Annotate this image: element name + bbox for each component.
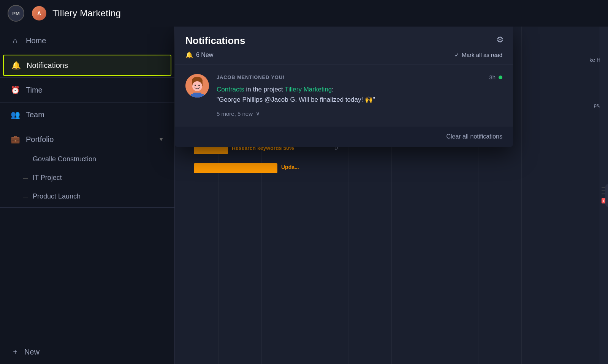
gantt-label-update: Upda... (281, 164, 299, 170)
sidebar-notifications-label: Notifications (27, 61, 68, 70)
portfolio-sub-item-govalle[interactable]: Govalle Construction (23, 150, 174, 169)
svg-rect-7 (191, 94, 195, 98)
notification-body-text2: : (332, 86, 334, 93)
it-label: IT Project (33, 174, 62, 182)
sidebar-team-label: Team (26, 110, 44, 119)
mark-all-read-button[interactable]: ✓ Mark all as read (454, 52, 502, 58)
notification-content-1: JACOB MENTIONED YOU! 3h Contracts in the… (217, 74, 502, 117)
divider-2 (0, 77, 174, 78)
notifications-count: 🔔 6 New (185, 51, 213, 58)
notifications-header: Notifications 🔔 6 New ✓ Mark all as read (175, 27, 513, 65)
sidebar-portfolio-label: Portfolio (26, 135, 54, 144)
portfolio-sub-list: Govalle Construction IT Project Product … (0, 150, 174, 206)
notification-item-1: JACOB MENTIONED YOU! 3h Contracts in the… (175, 65, 513, 126)
gantt-bar-update[interactable] (194, 163, 277, 173)
chevron-down-icon: ▼ (158, 136, 164, 142)
govalle-label: Govalle Construction (33, 155, 96, 163)
notifications-subrow: 🔔 6 New ✓ Mark all as read (185, 51, 502, 58)
divider-4 (0, 127, 174, 127)
sidebar-item-home[interactable]: ⌂ Home (0, 30, 174, 51)
sidebar-time-label: Time (26, 86, 43, 95)
chevron-icon: ∨ (256, 110, 260, 117)
jacob-avatar (185, 74, 209, 98)
svg-point-4 (195, 85, 196, 86)
notification-link-project[interactable]: Tillery Marketing (285, 86, 332, 93)
gantt-partial-text: ke H (589, 57, 600, 63)
notification-top-row: JACOB MENTIONED YOU! 3h (217, 74, 502, 80)
top-header: PM A Tillery Marketing (0, 0, 608, 27)
product-label: Product Launch (33, 192, 81, 200)
sidebar-item-notifications[interactable]: 🔔 Notifications (3, 55, 171, 76)
sidebar: ⌂ Home 🔔 Notifications ⏰ Time 👥 Team 💼 P… (0, 27, 175, 364)
team-icon: 👥 (11, 110, 20, 119)
divider-1 (0, 53, 174, 53)
user-avatar: A (32, 6, 46, 20)
main-layout: ⌂ Home 🔔 Notifications ⏰ Time 👥 Team 💼 P… (0, 27, 608, 364)
sidebar-item-time[interactable]: ⏰ Time (0, 79, 174, 101)
collapse-handle[interactable]: ⋮ (605, 184, 608, 207)
notification-more-label: 5 more, 5 new (217, 110, 253, 117)
portfolio-sub-item-product[interactable]: Product Launch (23, 187, 174, 206)
pm-logo: PM (8, 5, 24, 22)
sidebar-new-button[interactable]: + New (0, 340, 174, 364)
checkmark-icon: ✓ (454, 52, 459, 58)
notification-time: 3h (489, 74, 496, 80)
sidebar-new-label: New (24, 348, 40, 356)
sidebar-item-portfolio[interactable]: 💼 Portfolio ▼ (0, 129, 174, 150)
notifications-settings-button[interactable]: ⚙ (496, 35, 504, 45)
clear-all-button[interactable]: Clear all notifications (446, 133, 502, 140)
app-title: Tillery Marketing (52, 8, 121, 19)
svg-rect-8 (200, 94, 204, 98)
sidebar-home-label: Home (26, 36, 46, 45)
portfolio-icon: 💼 (11, 135, 20, 144)
bell-small-icon: 🔔 (185, 51, 193, 58)
divider-bottom (0, 207, 174, 208)
notification-from: JACOB MENTIONED YOU! (217, 74, 285, 80)
svg-point-5 (198, 85, 200, 86)
divider-3 (0, 102, 174, 102)
notification-time-row: 3h (489, 74, 502, 80)
notifications-panel: ⚙ Notifications 🔔 6 New ✓ Mark all as re… (175, 27, 513, 147)
clock-icon: ⏰ (11, 85, 20, 95)
plus-icon: + (11, 348, 20, 356)
bell-icon: 🔔 (11, 61, 21, 70)
notification-body-quote: "George Phillips @Jacob G. Will be final… (217, 96, 375, 103)
notifications-footer: Clear all notifications (175, 126, 513, 147)
notification-body: Contracts in the project Tillery Marketi… (217, 84, 502, 105)
notification-body-text: in the project (244, 86, 285, 93)
online-indicator (499, 76, 502, 79)
svg-point-3 (192, 81, 202, 91)
sidebar-item-team[interactable]: 👥 Team (0, 104, 174, 125)
notification-more-button[interactable]: 5 more, 5 new ∨ (217, 110, 502, 117)
portfolio-sub-item-it[interactable]: IT Project (23, 169, 174, 187)
notifications-title: Notifications (185, 35, 502, 47)
home-icon: ⌂ (11, 36, 20, 45)
notification-link-contracts[interactable]: Contracts (217, 86, 244, 93)
